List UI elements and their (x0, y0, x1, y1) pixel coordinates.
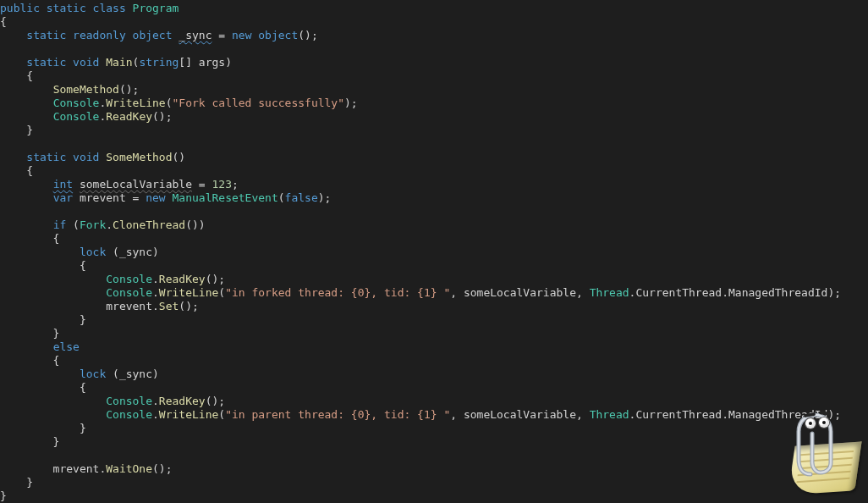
code-token: int (53, 178, 73, 191)
code-line[interactable]: Console.WriteLine("in forked thread: {0}… (0, 286, 841, 299)
code-token (86, 2, 93, 14)
code-token: class (93, 2, 126, 14)
code-line[interactable]: } (0, 327, 59, 340)
code-token: (_sync) (106, 246, 159, 258)
code-token: WaitOne (106, 462, 152, 475)
code-line[interactable] (0, 42, 7, 55)
code-line[interactable]: { (0, 381, 86, 394)
code-token: (); (298, 29, 317, 41)
code-token: static (26, 151, 66, 163)
code-token (73, 178, 80, 191)
code-token: WriteLine (159, 286, 218, 299)
clippy-assistant[interactable] (772, 412, 861, 496)
code-token: . (152, 286, 159, 299)
code-token: Console (106, 395, 152, 407)
code-token (40, 2, 47, 14)
code-token (0, 218, 53, 231)
code-token: Console (53, 110, 100, 123)
code-line[interactable]: { (0, 164, 33, 177)
code-token: . (152, 273, 159, 285)
code-token: readonly (73, 29, 126, 41)
code-token: CloneThread (113, 218, 185, 231)
paperclip-icon (795, 412, 838, 478)
code-token: "in forked thread: {0}, tid: {1} " (225, 286, 450, 299)
code-token: ReadKey (159, 395, 206, 407)
code-token (126, 29, 133, 41)
code-token: object (133, 29, 173, 41)
code-line[interactable]: static void Main(string[] args) (0, 56, 232, 69)
code-token: string (139, 56, 179, 69)
code-line[interactable]: mrevent.Set(); (0, 300, 199, 312)
code-token (66, 29, 73, 41)
code-line[interactable]: if (Fork.CloneThread()) (0, 218, 206, 231)
code-line[interactable]: Console.ReadKey(); (0, 273, 225, 285)
code-line[interactable]: } (0, 422, 86, 434)
code-line[interactable] (0, 205, 7, 218)
code-token (66, 56, 73, 69)
code-line[interactable]: static readonly object _sync = new objec… (0, 29, 318, 41)
code-token: () (173, 151, 186, 163)
code-token (0, 408, 106, 421)
code-token: Console (106, 286, 152, 299)
code-token: Set (159, 300, 179, 312)
code-token: mrevent. (0, 300, 159, 312)
code-line[interactable]: Console.WriteLine("in parent thread: {0}… (0, 408, 841, 421)
code-token: { (0, 259, 86, 272)
code-token: (_sync) (106, 368, 159, 380)
code-line[interactable]: public static class Program (0, 2, 179, 14)
code-token: Main (106, 56, 132, 69)
code-line[interactable]: lock (_sync) (0, 368, 159, 380)
code-line[interactable]: mrevent.WaitOne(); (0, 462, 173, 475)
code-line[interactable]: } (0, 489, 7, 502)
code-line[interactable]: Console.ReadKey(); (0, 395, 225, 407)
code-line[interactable]: } (0, 435, 59, 448)
code-line[interactable]: Console.ReadKey(); (0, 110, 173, 123)
code-editor[interactable]: public static class Program { static rea… (0, 0, 868, 503)
code-token: ( (218, 286, 225, 299)
code-line[interactable]: var mrevent = new ManualResetEvent(false… (0, 191, 331, 204)
code-token: (); (179, 300, 198, 312)
code-line[interactable]: Console.WriteLine("Fork called successfu… (0, 97, 358, 109)
code-token: someLocalVariable (80, 178, 192, 191)
code-token: { (0, 164, 33, 177)
code-line[interactable]: int someLocalVariable = 123; (0, 178, 239, 191)
code-line[interactable]: } (0, 313, 86, 326)
code-token: Console (106, 408, 152, 421)
code-token: object (258, 29, 298, 41)
code-token: { (0, 69, 33, 82)
code-token: 123 (212, 178, 231, 191)
code-token: { (0, 381, 86, 394)
code-token: , someLocalVariable, (450, 286, 589, 299)
code-token: Fork (80, 218, 106, 231)
code-token: ); (318, 191, 332, 204)
code-line[interactable]: } (0, 124, 33, 136)
code-token: Thread (590, 408, 629, 421)
code-line[interactable]: { (0, 354, 59, 367)
code-token (0, 368, 80, 380)
code-line[interactable]: } (0, 476, 33, 489)
code-token: (); (206, 273, 225, 285)
code-line[interactable]: lock (_sync) (0, 246, 159, 258)
code-token: ( (218, 408, 225, 421)
code-token: "in parent thread: {0}, tid: {1} " (225, 408, 450, 421)
code-line[interactable]: { (0, 259, 86, 272)
code-token: ()) (185, 218, 205, 231)
code-token: = (192, 178, 212, 191)
code-token: static (26, 56, 66, 69)
code-line[interactable]: SomeMethod(); (0, 83, 139, 96)
code-line[interactable] (0, 137, 7, 150)
code-token: { (0, 354, 59, 367)
code-line[interactable]: static void SomeMethod() (0, 151, 185, 163)
code-line[interactable]: { (0, 69, 33, 82)
code-line[interactable]: else (0, 340, 80, 353)
code-token: mrevent = (73, 191, 146, 204)
code-token: ReadKey (159, 273, 206, 285)
code-token: ( (66, 218, 80, 231)
code-line[interactable] (0, 449, 7, 462)
code-token: Program (133, 2, 179, 14)
code-token: SomeMethod (106, 151, 172, 163)
code-token: new (146, 191, 165, 204)
code-line[interactable]: { (0, 15, 7, 28)
code-line[interactable]: { (0, 232, 59, 245)
code-token: , someLocalVariable, (450, 408, 589, 421)
